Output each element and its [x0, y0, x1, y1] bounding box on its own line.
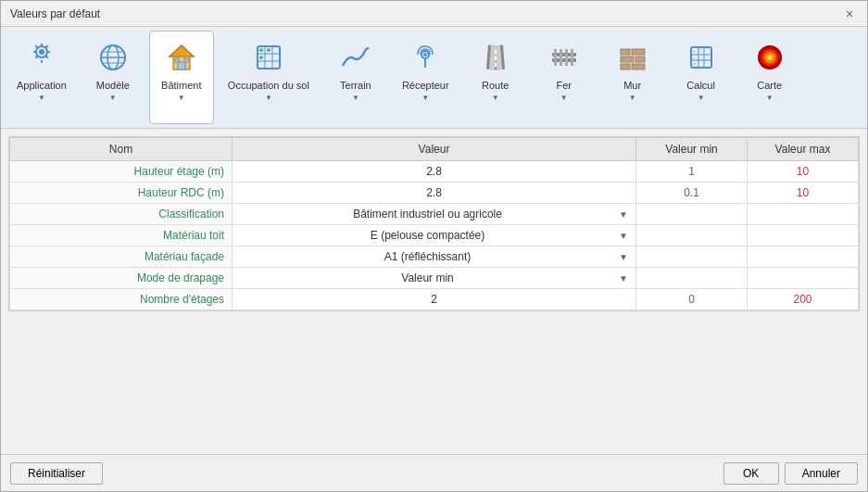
dropdown-arrow-icon: ▼: [619, 252, 628, 262]
svg-line-7: [45, 45, 47, 47]
row-max: [748, 225, 859, 246]
toolbar-item-terrain[interactable]: Terrain▼: [323, 31, 388, 124]
col-header-max: Valeur max: [748, 138, 859, 161]
close-button[interactable]: ×: [841, 6, 858, 22]
svg-point-9: [39, 49, 44, 55]
toolbar-arrow-terrain: ▼: [352, 94, 359, 102]
toolbar-label-occupation: Occupation du sol: [228, 80, 309, 92]
toolbar-item-recepteur[interactable]: Récepteur▼: [392, 31, 459, 124]
ok-button[interactable]: OK: [723, 462, 779, 485]
toolbar: Application▼Modèle▼Bâtiment▼Occupation d…: [1, 27, 867, 129]
toolbar-item-application[interactable]: Application▼: [6, 31, 77, 124]
row-value: 2: [233, 289, 636, 310]
row-value[interactable]: A1 (réfléchissant)▼: [233, 246, 636, 268]
properties-table: Nom Valeur Valeur min Valeur max Hauteur…: [9, 137, 859, 310]
row-max: [748, 268, 859, 289]
fer-icon: [546, 39, 583, 76]
row-max: [748, 246, 859, 268]
carte-icon: [751, 39, 788, 76]
toolbar-arrow-route: ▼: [492, 94, 499, 102]
terrain-icon: [337, 39, 374, 76]
toolbar-arrow-mur: ▼: [629, 94, 636, 102]
row-min: 0.1: [636, 183, 748, 204]
application-icon: [23, 39, 60, 76]
svg-point-25: [259, 48, 263, 52]
dialog: Valeurs par défaut × Application▼Modèle▼…: [0, 0, 868, 492]
toolbar-arrow-fer: ▼: [560, 94, 568, 102]
row-label: Nombre d'étages: [10, 289, 233, 310]
svg-rect-45: [632, 64, 645, 69]
row-value: 2.8: [233, 183, 636, 204]
recepteur-icon: [407, 39, 444, 76]
row-min: [636, 268, 748, 289]
toolbar-item-batiment[interactable]: Bâtiment▼: [149, 31, 214, 124]
row-max: 10: [748, 183, 859, 204]
svg-text:×: ×: [693, 61, 696, 67]
route-icon: [477, 39, 514, 76]
svg-rect-40: [621, 49, 630, 55]
data-table-wrapper: Nom Valeur Valeur min Valeur max Hauteur…: [8, 136, 860, 311]
row-label: Mode de drapage: [10, 268, 233, 289]
row-max: 10: [748, 161, 859, 183]
table-row: Hauteur étage (m)2.8110: [10, 161, 859, 183]
svg-rect-41: [632, 49, 645, 55]
toolbar-item-occupation[interactable]: Occupation du sol▼: [218, 31, 320, 124]
svg-rect-38: [565, 49, 568, 66]
batiment-icon: [163, 39, 200, 76]
svg-rect-36: [554, 49, 557, 66]
dropdown-arrow-icon: ▼: [619, 273, 628, 284]
row-max: [748, 204, 859, 225]
svg-rect-18: [175, 58, 179, 62]
toolbar-arrow-calcul: ▼: [698, 94, 705, 102]
table-row: Matériau toitE (pelouse compactée)▼: [10, 225, 859, 246]
row-label: Hauteur étage (m): [10, 161, 233, 183]
svg-point-30: [423, 53, 427, 57]
footer: Réinitialiser OK Annuler: [1, 454, 867, 491]
row-min: 1: [636, 161, 748, 183]
row-label: Matériau toit: [10, 225, 233, 246]
svg-rect-17: [178, 62, 185, 69]
svg-line-8: [35, 57, 37, 58]
mur-icon: [614, 39, 651, 76]
modele-icon: [94, 39, 132, 76]
row-value[interactable]: E (pelouse compactée)▼: [233, 225, 636, 246]
row-value[interactable]: Valeur min▼: [233, 268, 636, 289]
cancel-button[interactable]: Annuler: [785, 462, 858, 485]
row-value[interactable]: Bâtiment industriel ou agricole▼: [233, 204, 636, 225]
svg-rect-37: [560, 49, 562, 66]
svg-text:−: −: [693, 55, 696, 60]
toolbar-item-calcul[interactable]: +−×÷Calcul▼: [669, 31, 734, 124]
toolbar-label-application: Application: [17, 80, 67, 92]
table-row: ClassificationBâtiment industriel ou agr…: [10, 204, 859, 225]
svg-text:÷: ÷: [700, 49, 703, 54]
toolbar-item-carte[interactable]: Carte▼: [737, 31, 802, 124]
row-max: 200: [748, 289, 859, 310]
row-label: Matériau façade: [10, 246, 233, 268]
table-row: Matériau façadeA1 (réfléchissant)▼: [10, 246, 859, 268]
svg-line-5: [35, 45, 37, 47]
toolbar-arrow-recepteur: ▼: [421, 94, 429, 102]
svg-rect-19: [184, 58, 188, 62]
table-row: Nombre d'étages20200: [10, 289, 859, 310]
toolbar-arrow-application: ▼: [38, 94, 45, 102]
toolbar-item-route[interactable]: Route▼: [463, 31, 528, 124]
toolbar-label-mur: Mur: [623, 80, 641, 92]
toolbar-item-fer[interactable]: Fer▼: [532, 31, 597, 124]
toolbar-label-recepteur: Récepteur: [402, 80, 449, 92]
svg-marker-15: [170, 45, 194, 57]
reset-button[interactable]: Réinitialiser: [10, 462, 103, 485]
footer-right: OK Annuler: [723, 462, 858, 485]
toolbar-label-batiment: Bâtiment: [161, 80, 201, 92]
toolbar-label-fer: Fer: [556, 80, 572, 92]
toolbar-arrow-modele: ▼: [109, 94, 117, 102]
toolbar-item-modele[interactable]: Modèle▼: [81, 31, 145, 124]
calcul-icon: +−×÷: [683, 39, 720, 76]
row-min: 0: [636, 289, 748, 310]
title-bar: Valeurs par défaut ×: [1, 1, 867, 27]
occupation-icon: [250, 39, 287, 76]
dialog-title: Valeurs par défaut: [10, 7, 100, 20]
toolbar-label-carte: Carte: [757, 80, 782, 92]
col-header-min: Valeur min: [636, 138, 748, 161]
toolbar-item-mur[interactable]: Mur▼: [600, 31, 665, 124]
toolbar-label-route: Route: [482, 80, 509, 92]
